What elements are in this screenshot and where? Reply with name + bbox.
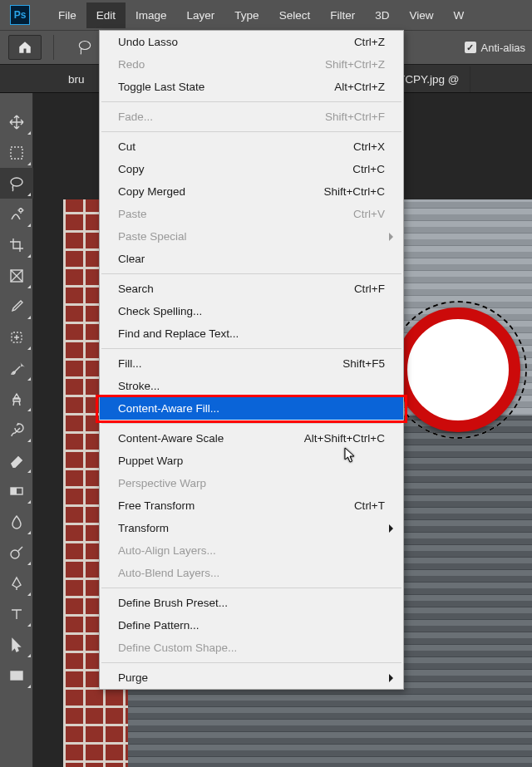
menu-item-label: Copy Merged <box>118 185 185 198</box>
menu-item-label: Cut <box>118 140 135 153</box>
menu-item-label: Perspective Warp <box>118 477 206 489</box>
quick-select-tool[interactable] <box>0 199 33 229</box>
anti-alias-label: Anti-alias <box>481 42 525 54</box>
anti-alias-checkbox[interactable]: ✓ Anti-alias <box>465 42 525 54</box>
menu-select[interactable]: Select <box>269 2 321 28</box>
menu-item-label: Search <box>118 283 154 295</box>
menu-item-shortcut: Ctrl+T <box>354 499 385 512</box>
marquee-tool[interactable] <box>0 137 33 168</box>
menu-item-toggle-last-state[interactable]: Toggle Last StateAlt+Ctrl+Z <box>100 76 403 98</box>
menu-item-shortcut: Shift+Ctrl+Z <box>325 58 385 71</box>
rectangle-tool[interactable] <box>0 660 33 691</box>
gradient-tool[interactable] <box>0 475 33 506</box>
menu-item-fill[interactable]: Fill...Shift+F5 <box>100 352 403 375</box>
menu-separator <box>101 131 401 132</box>
menu-item-copy-merged[interactable]: Copy MergedShift+Ctrl+C <box>100 180 403 203</box>
menu-filter[interactable]: Filter <box>320 2 365 28</box>
menu-separator <box>101 662 401 663</box>
menu-item-label: Find and Replace Text... <box>118 327 239 340</box>
crop-tool[interactable] <box>0 229 33 260</box>
menu-item-label: Auto-Blend Layers... <box>118 567 219 579</box>
menu-separator <box>101 101 401 102</box>
brush-tool[interactable] <box>0 352 33 383</box>
tool-panel <box>0 93 33 767</box>
menu-item-free-transform[interactable]: Free TransformCtrl+T <box>100 494 403 517</box>
menu-item-redo: RedoShift+Ctrl+Z <box>100 53 403 76</box>
frame-tool[interactable] <box>0 260 33 291</box>
menubar: Ps FileEditImageLayerTypeSelectFilter3DV… <box>0 0 532 30</box>
menu-edit[interactable]: Edit <box>86 2 126 28</box>
history-brush-tool[interactable] <box>0 414 33 445</box>
svg-point-0 <box>79 42 90 50</box>
menu-item-search[interactable]: SearchCtrl+F <box>100 278 403 300</box>
lasso-tool[interactable] <box>0 168 33 199</box>
menu-item-shortcut: Shift+Ctrl+C <box>323 185 385 198</box>
menu-file[interactable]: File <box>48 2 86 28</box>
menu-item-content-aware-fill[interactable]: Content-Aware Fill... <box>100 397 403 420</box>
divider <box>53 35 54 60</box>
menu-item-label: Fill... <box>118 357 142 370</box>
menu-item-paste: PasteCtrl+V <box>100 203 403 225</box>
menu-view[interactable]: View <box>399 2 443 28</box>
menu-item-define-pattern[interactable]: Define Pattern... <box>100 614 403 637</box>
menu-item-label: Free Transform <box>118 499 195 512</box>
menu-item-clear[interactable]: Clear <box>100 248 403 270</box>
eyedropper-tool[interactable] <box>0 291 33 322</box>
menu-item-shortcut: Ctrl+X <box>353 140 385 153</box>
menu-separator <box>101 423 401 424</box>
menu-item-label: Copy <box>118 163 145 175</box>
menu-item-shortcut: Shift+F5 <box>342 357 385 370</box>
menu-item-undo-lasso[interactable]: Undo LassoCtrl+Z <box>100 31 403 53</box>
menu-layer[interactable]: Layer <box>177 2 225 28</box>
eraser-tool[interactable] <box>0 445 33 475</box>
menu-item-label: Define Brush Preset... <box>118 597 228 609</box>
type-tool[interactable] <box>0 598 33 629</box>
menu-type[interactable]: Type <box>224 2 268 28</box>
menu-item-label: Toggle Last State <box>118 81 204 93</box>
dodge-tool[interactable] <box>0 537 33 568</box>
menu-separator <box>101 588 401 588</box>
menu-item-define-brush-preset[interactable]: Define Brush Preset... <box>100 592 403 614</box>
menu-item-shortcut: Ctrl+V <box>353 208 385 220</box>
tab-name-left: bru <box>68 73 85 86</box>
menu-item-transform[interactable]: Transform <box>100 517 403 539</box>
menu-item-purge[interactable]: Purge <box>100 666 403 689</box>
menu-item-check-spelling[interactable]: Check Spelling... <box>100 300 403 322</box>
menu-item-copy[interactable]: CopyCtrl+C <box>100 158 403 180</box>
healing-tool[interactable] <box>0 322 33 352</box>
menu-item-label: Stroke... <box>118 380 160 392</box>
svg-point-8 <box>11 550 19 558</box>
home-button[interactable] <box>8 35 42 60</box>
menu-item-label: Define Pattern... <box>118 619 200 632</box>
submenu-arrow-icon <box>389 674 393 682</box>
menu-item-shortcut: Ctrl+F <box>354 283 385 295</box>
move-tool[interactable] <box>0 106 33 137</box>
clone-tool[interactable] <box>0 383 33 414</box>
menu-item-stroke[interactable]: Stroke... <box>100 375 403 397</box>
menu-item-find-and-replace-text[interactable]: Find and Replace Text... <box>100 322 403 345</box>
pen-tool[interactable] <box>0 568 33 598</box>
selection-marquee[interactable] <box>389 301 527 439</box>
menu-item-label: Fade... <box>118 111 153 123</box>
menu-item-cut[interactable]: CutCtrl+X <box>100 135 403 158</box>
menu-item-shortcut: Alt+Ctrl+Z <box>334 81 385 93</box>
menu-item-puppet-warp[interactable]: Puppet Warp <box>100 450 403 472</box>
blur-tool[interactable] <box>0 506 33 537</box>
svg-rect-9 <box>11 671 22 680</box>
menu-item-label: Content-Aware Scale <box>118 432 224 445</box>
lasso-tool-icon[interactable] <box>76 38 94 57</box>
panel-grip[interactable] <box>0 93 32 106</box>
menu-item-shortcut: Shift+Ctrl+F <box>325 111 385 123</box>
menu-item-fade: Fade...Shift+Ctrl+F <box>100 106 403 128</box>
submenu-arrow-icon <box>389 524 393 533</box>
menu-item-label: Paste <box>118 208 147 220</box>
menu-w[interactable]: W <box>443 2 474 28</box>
menu-item-paste-special: Paste Special <box>100 225 403 248</box>
menu-image[interactable]: Image <box>126 2 177 28</box>
menu-item-content-aware-scale[interactable]: Content-Aware ScaleAlt+Shift+Ctrl+C <box>100 427 403 450</box>
menu-separator <box>101 348 401 349</box>
menu-item-label: Define Custom Shape... <box>118 642 237 654</box>
menu-3d[interactable]: 3D <box>365 2 399 28</box>
checkbox-icon: ✓ <box>465 42 476 53</box>
path-select-tool[interactable] <box>0 629 33 660</box>
